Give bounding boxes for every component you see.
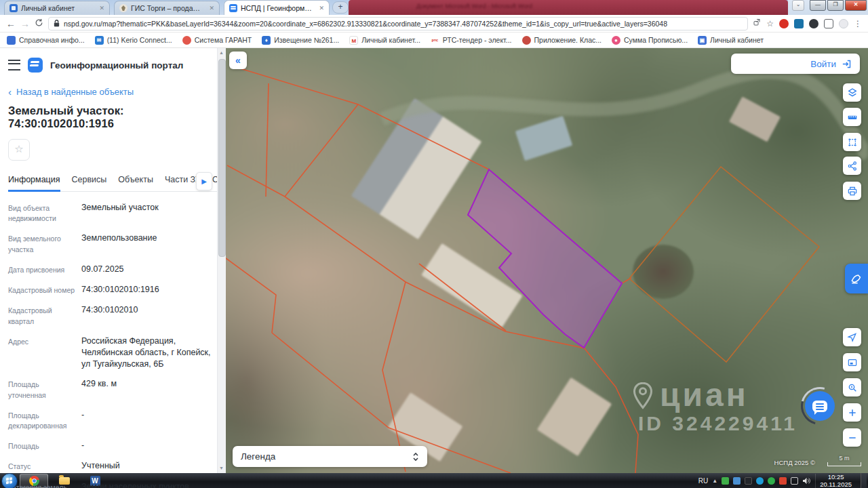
bookmark-prilozhenie[interactable]: Приложение. Клас... [522, 36, 602, 45]
parcel-info: Вид объекта недвижимостиЗемельный участо… [8, 202, 218, 488]
tab-informatsiya[interactable]: Информация [8, 171, 60, 192]
field-row: Площадь декларированная- [8, 409, 218, 431]
minimap-button[interactable] [843, 353, 861, 371]
bookmark-garant[interactable]: Система ГАРАНТ [182, 36, 252, 45]
share-button[interactable] [843, 157, 861, 175]
tray-icon-blue[interactable] [733, 477, 741, 485]
back-to-results-link[interactable]: ‹ Назад в найденные объекты [8, 87, 218, 97]
bookmark-spravochnaya[interactable]: Справочная инфо... [7, 36, 85, 45]
field-value: 429 кв. м [81, 378, 218, 400]
close-button[interactable]: ✕ [845, 0, 867, 11]
word-window-titlebar[interactable]: Документ Microsoft Word - Microsoft Word [349, 0, 788, 15]
map-viewport[interactable]: циан ID 324229411 « Войти [226, 48, 868, 473]
bookmark-icon: M [349, 36, 358, 45]
tray-expand-icon[interactable]: ▲ [712, 478, 717, 484]
measure-ruler-button[interactable] [843, 108, 861, 126]
back-icon[interactable]: ← [6, 19, 16, 28]
browser-tab-1[interactable]: Личный кабинет ✕ [4, 1, 110, 15]
extension-icon-pin[interactable] [809, 19, 818, 28]
tab-servisy[interactable]: Сервисы [72, 171, 107, 191]
bookmark-kerio[interactable]: ✉(11) Kerio Connect... [95, 36, 172, 45]
tab3-title: НСПД | Геоинформационный п [241, 4, 314, 12]
tray-icon-window[interactable] [791, 477, 798, 485]
browser-tab-2[interactable]: ГИС Торги – продажи государс ✕ [114, 1, 220, 15]
extension-icon-red[interactable] [779, 19, 789, 28]
tabs-scroll-right-button[interactable]: ▶ [196, 172, 212, 190]
ribbon-collapse-icon[interactable]: ⌄ [792, 0, 804, 11]
bookmark-icon [7, 36, 16, 45]
legend-selector[interactable]: Легенда [233, 446, 427, 467]
field-value: 09.07.2025 [81, 264, 218, 275]
neighbor-parcel-outline [629, 167, 819, 362]
profile-avatar[interactable] [839, 19, 848, 28]
bookmark-izveshchenie[interactable]: ♦Извещение №261... [262, 36, 339, 45]
tray-icon-shield[interactable] [768, 477, 775, 485]
forward-icon[interactable]: → [20, 19, 30, 28]
new-tab-button[interactable]: + [332, 1, 349, 14]
url-bar[interactable]: nspd.gov.ru/map?thematic=PKK&baseLayerId… [48, 17, 748, 30]
scroll-down-icon[interactable]: ▼ [218, 464, 225, 472]
sidebar-scrollbar[interactable]: ▲ ▼ [217, 48, 226, 473]
field-label: Кадастровый квартал [8, 304, 76, 326]
tab2-close-icon[interactable]: ✕ [208, 5, 214, 12]
feedback-button[interactable] [845, 264, 868, 293]
tab-obekty[interactable]: Объекты [118, 171, 153, 191]
search-area-button[interactable] [843, 378, 861, 396]
tab2-favicon [119, 4, 127, 12]
bookmark-star-icon[interactable]: ☆ [766, 19, 774, 28]
browser-tab-3-active[interactable]: НСПД | Геоинформационный п ✕ [224, 0, 330, 15]
tray-icon-dark[interactable] [745, 477, 752, 485]
bookmark-lichny-kabinet[interactable]: ▣Личный кабинет [698, 36, 764, 45]
tray-icon-tb[interactable] [756, 477, 764, 485]
scale-label: 5 m [839, 455, 849, 462]
language-indicator[interactable]: RU [698, 477, 708, 485]
field-value: Российская Федерация, Челябинская област… [81, 336, 218, 370]
show-desktop-button[interactable] [861, 473, 867, 488]
restore-button[interactable]: ❐ [827, 0, 844, 11]
login-button[interactable]: Войти [731, 54, 860, 74]
zoom-out-button[interactable] [843, 428, 861, 447]
browser-menu-icon[interactable]: ⋮ [854, 19, 862, 28]
field-label: Площадь уточненная [8, 378, 76, 400]
lock-icon [54, 20, 60, 27]
select-area-button[interactable] [843, 133, 861, 151]
minimize-button[interactable]: — [810, 0, 826, 11]
field-row: Кадастровый квартал74:30:0102010 [8, 304, 218, 326]
tray-icon-red[interactable] [779, 477, 787, 485]
scrollbar-thumb[interactable] [218, 59, 226, 257]
extension-icon-teal[interactable] [794, 19, 804, 28]
start-button[interactable] [1, 473, 18, 488]
bookmark-label: Сумма Прописью... [624, 36, 688, 44]
chat-button[interactable] [805, 391, 835, 421]
scroll-up-icon[interactable]: ▲ [218, 49, 225, 57]
reload-icon[interactable] [35, 18, 43, 28]
layers-button[interactable] [843, 83, 861, 102]
scale-bar: 5 m [827, 455, 861, 466]
field-label: Вид земельного участка [8, 232, 76, 254]
bookmark-summa-propisyu[interactable]: ●Сумма Прописью... [612, 36, 688, 45]
share-page-icon[interactable] [753, 18, 761, 28]
volume-icon[interactable] [802, 477, 811, 485]
field-label: Адрес [8, 336, 76, 370]
taskbar-clock[interactable]: 10:25 20.11.2025 [815, 474, 856, 488]
toolbar-right: ☆ ⋮ [753, 18, 862, 28]
sidebar-extension-icon[interactable] [824, 19, 833, 28]
sidebar-collapse-button[interactable]: « [229, 52, 247, 69]
zoom-in-button[interactable] [843, 403, 861, 422]
locate-button[interactable] [843, 328, 861, 346]
portal-title: Геоинформационный портал [50, 60, 183, 70]
field-value: 74:30:0102010:1916 [81, 284, 218, 296]
tab1-close-icon[interactable]: ✕ [98, 5, 104, 12]
bookmark-lichny-kabinet-mail[interactable]: MЛичный кабинет... [349, 36, 420, 45]
chat-widget[interactable] [805, 391, 835, 421]
portal-logo-icon [28, 58, 43, 73]
tab3-close-icon[interactable]: ✕ [317, 5, 324, 12]
tab2-title: ГИС Торги – продажи государс [131, 4, 204, 12]
bookmark-rts-tender[interactable]: ртсРТС-тендер - элект... [431, 36, 512, 45]
print-button[interactable] [843, 182, 861, 200]
favorite-star-button[interactable]: ☆ [8, 139, 30, 161]
menu-icon[interactable] [8, 60, 20, 70]
tray-icon-green[interactable] [722, 477, 729, 485]
sidebar: Геоинформационный портал ‹ Назад в найде… [0, 48, 226, 473]
clock-time: 10:25 [820, 474, 852, 481]
